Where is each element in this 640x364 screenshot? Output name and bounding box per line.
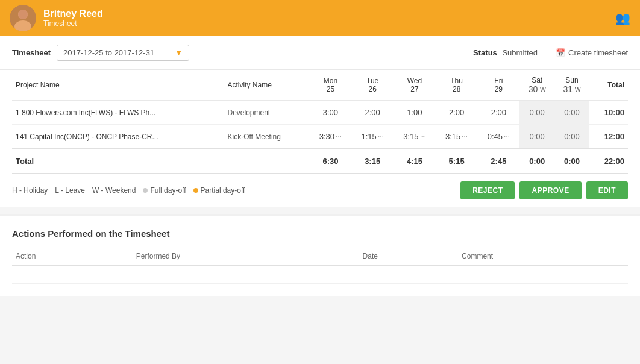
total-tue: 3:15 [351,149,394,174]
avatar-image [10,5,36,31]
row2-wed: 3:15 ⋯ [394,125,436,149]
legend-leave: L - Leave [55,186,85,195]
col-activity-name: Activity Name [224,70,309,101]
more-options-icon[interactable]: ⋯ [462,133,468,140]
actions-col-performed-by: Performed By [133,247,359,266]
timesheet-bar: Timesheet 2017-12-25 to 2017-12-31 ▼ Sta… [0,36,640,70]
grand-total: 22:00 [589,149,628,174]
calendar-icon: 📅 [556,48,565,57]
total-sun: 0:00 [554,149,589,174]
reject-button[interactable]: REJECT [460,181,515,199]
row2-tue: 1:15 ⋯ [351,125,394,149]
actions-table: Action Performed By Date Comment [12,247,628,284]
legend-holiday: H - Holiday [12,186,48,195]
dropdown-arrow-icon: ▼ [175,48,183,57]
more-options-icon[interactable]: ⋯ [336,133,342,140]
status-label: Status [473,48,497,57]
actions-col-date: Date [359,247,459,266]
avatar [10,5,36,31]
total-fri: 2:45 [478,149,520,174]
total-thu: 5:15 [436,149,478,174]
table-row: 1 800 Flowers.com Inc(FLWS) - FLWS Ph...… [12,101,628,125]
more-options-icon[interactable]: ⋯ [378,133,384,140]
actions-col-comment: Comment [458,247,628,266]
total-label: Total [12,149,224,174]
timesheet-range-text: 2017-12-25 to 2017-12-31 [63,48,170,57]
row2-project: 141 Capital Inc(ONCP) - ONCP Phase-CR... [12,125,224,149]
row1-wed: 1:00 [394,101,436,125]
col-tue: Tue 26 [351,70,394,101]
row2-total: 12:00 [589,125,628,149]
header-info: Britney Reed Timesheet [43,8,608,28]
col-thu: Thu 28 [436,70,478,101]
row1-activity: Development [224,101,309,125]
total-mon: 6:30 [310,149,352,174]
legend-full-dayoff: Full day-off [143,186,186,195]
main-content: Timesheet 2017-12-25 to 2017-12-31 ▼ Sta… [0,36,640,207]
create-timesheet-label: Create timesheet [568,48,628,57]
col-wed: Wed 27 [394,70,436,101]
legend-partial-dayoff: Partial day-off [193,186,245,195]
row1-mon: 3:00 [310,101,352,125]
edit-button[interactable]: EDIT [586,181,628,199]
actions-section: Actions Performed on the Timesheet Actio… [0,214,640,296]
timesheet-range-selector[interactable]: 2017-12-25 to 2017-12-31 ▼ [57,45,189,61]
user-name: Britney Reed [43,8,608,19]
user-subtitle: Timesheet [43,19,608,28]
timesheet-table-container: Project Name Activity Name Mon 25 Tue [0,70,640,174]
col-mon: Mon 25 [310,70,352,101]
create-timesheet-button[interactable]: 📅 Create timesheet [556,48,628,57]
total-activity-blank [224,149,309,174]
legend-bar: H - Holiday L - Leave W - Weekend Full d… [0,174,640,207]
legend-weekend: W - Weekend [92,186,136,195]
more-options-icon[interactable]: ⋯ [420,133,426,140]
header: Britney Reed Timesheet 👥 [0,0,640,36]
col-project-name: Project Name [12,70,224,101]
row2-mon: 3:30 ⋯ [310,125,352,149]
col-sat: Sat 30 W [519,70,554,101]
row1-sun: 0:00 [554,101,589,125]
actions-col-action: Action [12,247,133,266]
more-options-icon[interactable]: ⋯ [504,133,510,140]
timesheet-label: Timesheet [12,48,51,57]
status-section: Status Submitted 📅 Create timesheet [473,48,628,57]
status-display: Status Submitted [473,48,538,57]
approve-button[interactable]: APPROVE [519,181,581,199]
row1-total: 10:00 [589,101,628,125]
users-icon[interactable]: 👥 [615,11,630,25]
row2-activity: Kick-Off Meeting [224,125,309,149]
actions-empty-row [12,266,628,284]
partial-dayoff-dot [193,188,198,193]
action-buttons: REJECT APPROVE EDIT [460,181,628,199]
row1-thu: 2:00 [436,101,478,125]
col-fri: Fri 29 [478,70,520,101]
full-dayoff-dot [143,188,148,193]
total-wed: 4:15 [394,149,436,174]
col-total: Total [589,70,628,101]
row1-tue: 2:00 [351,101,394,125]
row1-fri: 2:00 [478,101,520,125]
totals-row: Total 6:30 3:15 4:15 5:15 2:45 0:00 0:00… [12,149,628,174]
row2-thu: 3:15 ⋯ [436,125,478,149]
row1-project: 1 800 Flowers.com Inc(FLWS) - FLWS Ph... [12,101,224,125]
svg-point-3 [18,10,28,19]
row2-sat: 0:00 [519,125,554,149]
row2-fri: 0:45 ⋯ [478,125,520,149]
col-sun: Sun 31 W [554,70,589,101]
total-sat: 0:00 [519,149,554,174]
status-value: Submitted [502,48,538,57]
row2-sun: 0:00 [554,125,589,149]
actions-title: Actions Performed on the Timesheet [12,228,628,239]
timesheet-table: Project Name Activity Name Mon 25 Tue [12,70,628,174]
table-row: 141 Capital Inc(ONCP) - ONCP Phase-CR...… [12,125,628,149]
row1-sat: 0:00 [519,101,554,125]
